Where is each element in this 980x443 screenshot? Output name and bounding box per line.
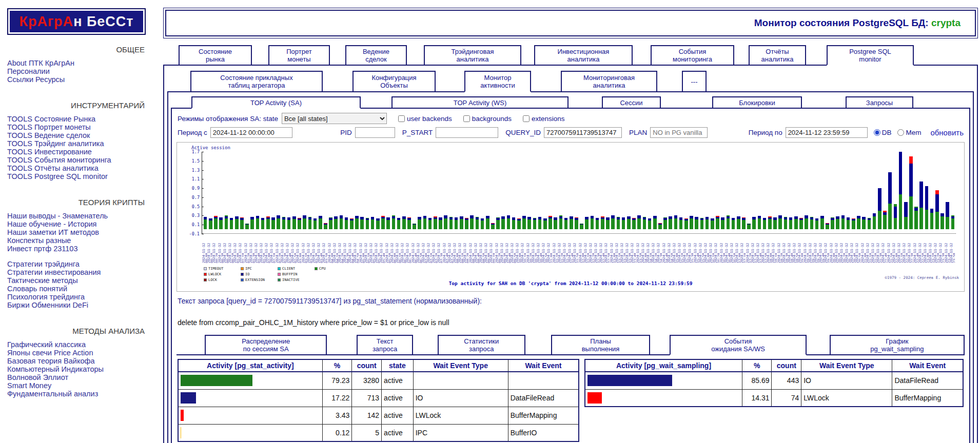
refresh-link[interactable]: обновить [930,128,964,137]
sub-tab-4[interactable]: Мониторинговая аналитика [561,71,657,92]
x-tick-label: 2024-11-12 12:30 [594,234,599,263]
sidebar-link[interactable]: Словарь понятий [7,285,163,293]
sidebar-link[interactable]: Биржи Обменники DeFi [7,301,163,309]
sidebar-link[interactable]: Психология трейдинга [7,293,163,301]
plan-input[interactable] [650,127,708,138]
sub-tab-3[interactable]: Монитор активности [464,71,531,92]
sidebar-link[interactable]: Фундаментальный анализ [7,390,163,398]
checkbox-extensions[interactable]: extensions [523,115,565,123]
sidebar-link[interactable]: Тактические методы [7,276,163,285]
mem-radio[interactable] [897,129,904,136]
period-to-input[interactable] [786,127,868,138]
wait-event-cell: BufferIO [508,424,579,441]
x-tick-label: 2024-11-12 19:40 [819,234,824,263]
period-from-input[interactable] [210,127,292,138]
sidebar-link[interactable]: Стратегии трэйдинга [7,260,163,268]
sidebar-link[interactable]: TOOLS Инвестирование [7,148,163,156]
user-backends-checkbox[interactable] [398,115,405,122]
radio-db[interactable]: DB [874,129,892,136]
sub-tab-5[interactable]: --- [682,71,707,92]
x-label-slot: 2024-11-12 02:50 [291,234,296,264]
legend-label: BUFFPIN [282,272,298,276]
activity-tab-2[interactable]: TOP Activity (WS) [391,96,569,109]
bar-seg-tip [899,152,903,159]
sidebar-link[interactable]: TOOLS Отчёты аналитика [7,164,163,172]
detail-tab-6[interactable]: График pg_wait_sampling [830,335,965,355]
sidebar-link[interactable]: Персоналии [7,67,163,75]
sub-tab-2[interactable]: Конфигурация Объекты [352,71,436,92]
query-id-label: QUERY_ID [505,129,541,136]
x-label-slot: 2024-11-12 06:30 [406,234,411,264]
chart-bar [208,152,213,229]
sidebar-link[interactable]: Smart Money [7,381,163,390]
checkbox-user-backends[interactable]: user backends [398,115,452,123]
db-radio[interactable] [874,129,880,136]
chart-bar [647,152,652,229]
x-label-slot: 2024-11-12 08:20 [463,234,468,264]
x-label-slot: 2024-11-12 20:00 [830,234,835,264]
chart-bar [511,152,516,229]
sidebar-link[interactable]: TOOLS Портрет монеты [7,123,163,131]
wait-events-panel: Activity [pg_stat_activity]%countstateWa… [177,354,965,442]
nav-tab-4[interactable]: Трэйдинговая аналитика [424,45,521,66]
nav-tab-8[interactable]: Postgree SQL monitor [827,45,914,66]
sidebar-link[interactable]: Базовая теория Вайкофа [7,357,163,365]
logo[interactable]: КрАгрАн БеССт [7,8,146,35]
chart-bar [527,152,532,229]
detail-tab-3[interactable]: Статистики запроса [438,335,525,355]
nav-tab-5[interactable]: Инвестиционная аналитика [534,45,633,66]
sidebar-link[interactable]: Стратегии инвестирования [7,268,163,276]
detail-tab-1[interactable]: Распределение по сессиям SA [205,335,327,355]
bar-seg-io [878,192,881,211]
backgrounds-checkbox[interactable] [463,115,470,122]
detail-tab-4[interactable]: Планы выполнения [551,335,651,355]
chart-bar [699,152,704,229]
sidebar-link[interactable]: Наше обучение - История [7,220,163,228]
activity-tab-1[interactable]: TOP Activity (SA) [191,96,361,109]
chart-bar [668,152,673,229]
x-label-slot: 2024-11-12 12:50 [604,234,610,264]
sidebar-link[interactable]: Компьютерный Индикаторы [7,365,163,373]
chart-bar [349,152,354,229]
sa-state-select[interactable]: Все [all states] [282,113,387,124]
sidebar-link[interactable]: Волновой Эллиот [7,373,163,381]
sidebar-link[interactable]: TOOLS Postgree SQL monitor [7,172,163,180]
sidebar-link[interactable]: TOOLS События мониторинга [7,156,163,164]
sidebar-link[interactable]: About ПТК КрАгрАн [7,59,163,67]
pid-input[interactable] [355,127,395,138]
sidebar-link[interactable]: Наши заметки ИТ методов [7,228,163,236]
nav-tab-6[interactable]: События мониторинга [651,45,734,66]
sidebar-link[interactable]: Ссылки Ресурсы [7,75,163,84]
sidebar-link[interactable]: Наши выводы - Знаменатель [7,212,163,220]
query-id-input[interactable] [544,127,622,138]
radio-mem[interactable]: Mem [897,129,921,136]
nav-tab-3[interactable]: Ведение сделок [345,45,407,66]
activity-tab-4[interactable]: Блокировки [712,96,802,109]
checkbox-backgrounds[interactable]: backgrounds [463,115,512,123]
sidebar-link[interactable]: Графический классика [7,340,163,349]
chart-bar [929,152,934,229]
x-tick-label: 2024-11-12 00:50 [228,234,233,263]
nav-tab-7[interactable]: Отчёты аналитика [749,45,806,66]
sidebar-section-header: ТЕОРИЯ КРИПТЫ [7,188,163,212]
detail-tab-2[interactable]: Текст запроса [357,335,413,355]
x-tick-label: 2024-11-12 04:20 [338,234,343,263]
nav-tab-2[interactable]: Портрет монеты [268,45,330,66]
sidebar-link[interactable]: Конспекты разные [7,236,163,245]
sub-tab-1[interactable]: Состояние прикладных таблиц агрегатора [190,71,323,92]
detail-tab-5[interactable]: События ожидания SA/WS [670,335,806,355]
x-label-slot: 2024-11-12 06:50 [417,234,422,264]
extensions-checkbox[interactable] [523,115,530,122]
nav-tab-1[interactable]: Состояние рынка [179,45,252,66]
sidebar-link[interactable]: TOOLS Ведение сделок [7,131,163,139]
p-start-input[interactable] [436,127,498,138]
y-tick-mark [202,179,204,179]
sidebar-link[interactable]: Японы свечи Price Action [7,349,163,357]
x-label-slot: 2024-11-12 06:40 [411,234,417,264]
sidebar-link[interactable]: Инвест пртф 231103 [7,245,163,253]
sidebar-link[interactable]: TOOLS Состояние Рынка [7,115,163,123]
activity-tab-5[interactable]: Запросы [846,96,913,109]
sidebar-link[interactable]: TOOLS Трэйдинг аналитика [7,139,163,148]
activity-tab-3[interactable]: Сессии [602,96,661,109]
chart-bar [391,152,396,229]
